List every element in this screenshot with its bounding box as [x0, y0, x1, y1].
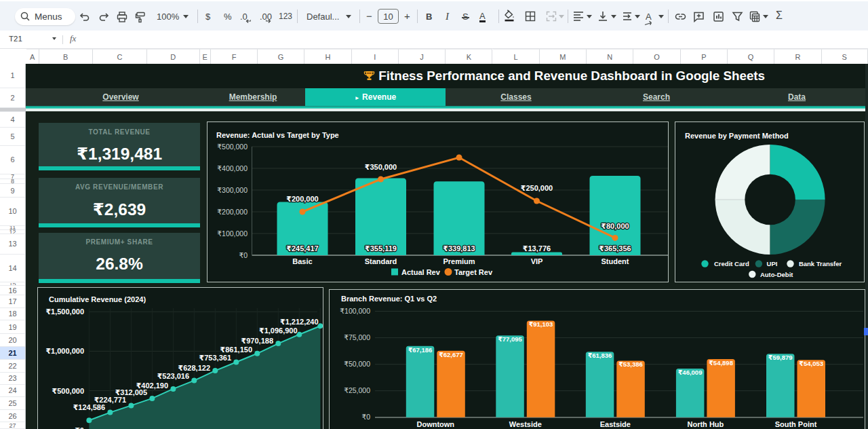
svg-text:South Point: South Point: [775, 420, 817, 428]
svg-text:₹1,500,000: ₹1,500,000: [45, 307, 84, 316]
svg-text:Westside: Westside: [509, 420, 542, 428]
svg-text:Actual Rev: Actual Rev: [401, 268, 441, 276]
svg-text:₹350,000: ₹350,000: [365, 163, 397, 171]
svg-text:₹861,150: ₹861,150: [220, 346, 252, 354]
svg-text:₹0: ₹0: [239, 251, 248, 259]
svg-text:₹100,000: ₹100,000: [340, 307, 370, 315]
svg-text:Student: Student: [601, 257, 629, 265]
svg-text:₹1,000,000: ₹1,000,000: [45, 347, 84, 355]
svg-text:₹500,000: ₹500,000: [217, 143, 248, 151]
svg-text:North Hub: North Hub: [688, 420, 724, 428]
svg-text:₹200,000: ₹200,000: [286, 195, 318, 203]
svg-text:₹91,103: ₹91,103: [529, 320, 553, 328]
svg-text:Branch Revenue: Q1 vs Q2: Branch Revenue: Q1 vs Q2: [341, 295, 437, 303]
svg-text:₹312,005: ₹312,005: [115, 388, 147, 396]
svg-text:₹523,016: ₹523,016: [157, 372, 189, 380]
svg-text:₹0: ₹0: [361, 413, 370, 421]
svg-text:₹339,813: ₹339,813: [443, 244, 475, 253]
svg-text:Auto-Debit: Auto-Debit: [760, 271, 793, 278]
svg-text:₹54,898: ₹54,898: [709, 359, 733, 367]
svg-text:₹970,188: ₹970,188: [241, 337, 273, 345]
svg-text:₹1,212,240: ₹1,212,240: [280, 318, 319, 326]
svg-text:Eastside: Eastside: [600, 420, 631, 428]
svg-text:₹0: ₹0: [75, 426, 84, 429]
svg-text:Standard: Standard: [365, 257, 397, 265]
svg-text:Target Rev: Target Rev: [454, 268, 493, 276]
svg-text:₹250,000: ₹250,000: [521, 184, 553, 192]
svg-text:₹753,361: ₹753,361: [199, 354, 231, 362]
svg-text:₹100,000: ₹100,000: [217, 229, 248, 238]
svg-text:₹25,000: ₹25,000: [344, 386, 370, 394]
svg-text:₹124,586: ₹124,586: [73, 403, 105, 411]
svg-text:₹628,122: ₹628,122: [178, 364, 210, 372]
svg-text:₹402,190: ₹402,190: [136, 381, 168, 390]
svg-text:Bank Transfer: Bank Transfer: [799, 260, 842, 267]
svg-text:₹50,000: ₹50,000: [344, 360, 370, 368]
svg-text:₹53,386: ₹53,386: [618, 360, 643, 368]
svg-text:₹1,096,900: ₹1,096,900: [259, 327, 298, 335]
svg-text:Premium: Premium: [443, 257, 475, 265]
svg-text:Revenue by Payment Method: Revenue by Payment Method: [685, 132, 789, 140]
svg-text:₹54,053: ₹54,053: [799, 360, 823, 367]
svg-text:₹62,677: ₹62,677: [439, 351, 463, 358]
svg-text:₹80,000: ₹80,000: [601, 222, 629, 230]
svg-text:₹77,095: ₹77,095: [498, 335, 522, 343]
svg-text:Revenue: Actual vs Target by T: Revenue: Actual vs Target by Type: [216, 131, 339, 139]
svg-text:₹75,000: ₹75,000: [344, 333, 370, 341]
svg-text:₹61,836: ₹61,836: [588, 352, 612, 359]
svg-text:Downtown: Downtown: [416, 420, 454, 428]
svg-text:VIP: VIP: [531, 257, 543, 265]
svg-text:Cumulative Revenue (2024): Cumulative Revenue (2024): [49, 295, 146, 303]
svg-text:₹365,356: ₹365,356: [599, 244, 631, 253]
svg-text:₹13,776: ₹13,776: [523, 244, 551, 253]
svg-text:₹67,186: ₹67,186: [408, 346, 433, 354]
svg-text:Basic: Basic: [292, 257, 312, 265]
svg-text:₹46,009: ₹46,009: [678, 369, 703, 376]
svg-text:₹400,000: ₹400,000: [217, 164, 248, 172]
svg-text:UPI: UPI: [767, 260, 778, 267]
svg-text:₹200,000: ₹200,000: [217, 208, 248, 216]
svg-text:Credit Card: Credit Card: [714, 260, 749, 267]
svg-text:₹245,417: ₹245,417: [286, 244, 318, 253]
svg-text:₹300,000: ₹300,000: [217, 186, 248, 194]
svg-text:₹355,119: ₹355,119: [365, 244, 397, 253]
svg-text:₹59,879: ₹59,879: [768, 354, 793, 361]
svg-text:₹500,000: ₹500,000: [52, 387, 84, 395]
